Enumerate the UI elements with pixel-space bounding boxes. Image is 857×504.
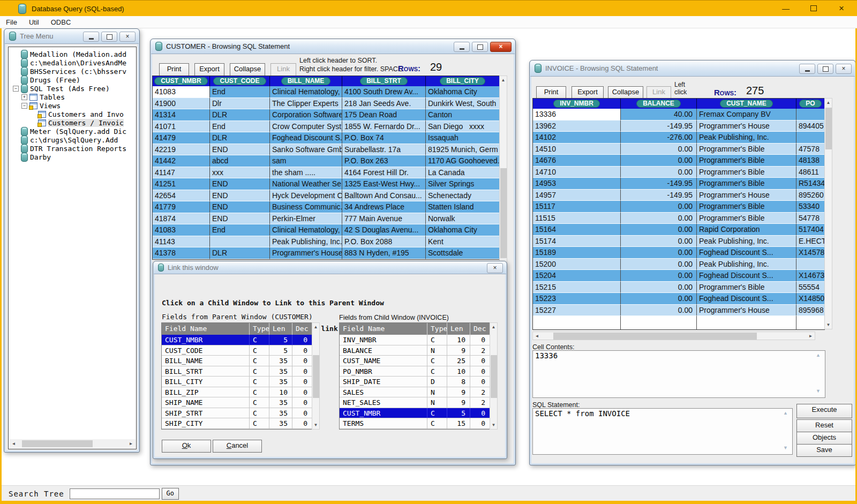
cell[interactable]: C [250,377,269,387]
cell[interactable]: 14710 [533,167,621,178]
maximize-icon[interactable] [817,64,833,74]
cell[interactable]: Rapid Corporation [697,224,796,236]
cell[interactable]: 2 [470,387,490,398]
search-tree-input[interactable] [70,488,160,499]
cell[interactable]: 41143 [153,236,210,248]
cell[interactable]: Clinical Hematology, I... [270,86,342,98]
cell[interactable]: sam [270,155,342,167]
cell[interactable]: Foghead Discount S... [697,247,796,259]
scroll-up-icon[interactable]: ▲ [312,324,319,330]
scrollbar-thumb[interactable] [22,440,93,447]
export-button[interactable]: Export [194,63,224,76]
cell[interactable]: 41083 [153,86,210,98]
cell[interactable]: Programmer's Bible [697,155,796,167]
cell[interactable]: SHIP_NAME [162,397,250,408]
cell[interactable]: -276.00 [621,132,697,144]
cell[interactable]: 13336 [533,109,621,121]
cell[interactable]: Dlr [210,98,270,110]
cell[interactable]: 9 [447,345,470,356]
cell[interactable]: Programmer's Bible [697,178,796,190]
customer-vertical-scrollbar[interactable]: ▲ [499,76,507,290]
table-row[interactable]: 152230.00Foghead Discount S...X14850JA [533,293,824,305]
cell[interactable]: 41083 [153,224,210,236]
cell[interactable]: END [210,144,270,156]
table-row[interactable]: 1333640.00Fremax Company BV [533,109,824,121]
column-header[interactable]: BALANCE [621,99,697,109]
cell[interactable]: P.O. Box 74 [342,132,426,144]
scroll-left-icon[interactable]: ◄ [10,440,17,447]
cell[interactable]: Issaquah [426,132,499,144]
cell[interactable]: C [427,418,447,429]
cell[interactable]: CUST_CODE [162,345,250,356]
table-row[interactable]: 14957-149.95Programmer's House895260 [533,190,824,201]
tree-item[interactable]: BHSServices (c:\bhsserv [9,67,136,76]
cell[interactable]: E.HECTO [796,236,824,247]
cell[interactable]: 777 Main Avenue [342,213,426,225]
cell[interactable]: 0.00 [621,167,697,178]
cell[interactable]: 41251 [153,178,210,190]
table-row[interactable]: 41314DLRCorporation Software...175 Dean … [153,109,499,121]
cell[interactable]: 41378 [153,247,210,259]
cell[interactable]: BILL_ZIP [162,387,250,398]
cell[interactable]: San Diego xxxx [426,121,499,133]
cell[interactable]: 35 [269,366,292,377]
table-row[interactable]: 41442abcdsamP.O. Box 2631170 AG Goohoeve… [153,155,499,167]
cell[interactable]: Hyck Development C... [270,190,342,202]
cell[interactable]: 0.00 [621,282,697,294]
cell[interactable]: 15164 [533,224,621,236]
cell[interactable]: 41479 [153,132,210,144]
cell[interactable]: 10 [269,387,292,398]
table-row[interactable]: 152040.00Foghead Discount S...X14673JA [533,270,824,282]
minimize-icon[interactable] [799,64,815,74]
cell[interactable]: 15200 [533,259,621,270]
cell[interactable]: 0.00 [621,224,697,236]
cell[interactable]: 35 [269,377,292,387]
cell[interactable]: 0.00 [621,259,697,270]
cell[interactable]: BILL_STRT [162,366,250,377]
cell[interactable]: P.O. Box 263 [342,155,426,167]
column-header[interactable]: BILL_STRT [342,76,426,86]
cell[interactable]: X14850JA [796,293,824,305]
cell[interactable]: Programmer's Bible [697,144,796,155]
cell[interactable]: 5 [447,408,470,419]
scroll-up-icon[interactable]: ▲ [783,410,788,416]
column-header[interactable]: Type [427,323,447,335]
cell[interactable]: C [250,387,269,398]
table-row[interactable]: 147100.00Programmer's Bible48611 [533,167,824,178]
cell[interactable]: 0 [292,387,312,398]
cell[interactable]: 11515 [533,213,621,224]
scroll-down-icon[interactable]: ▼ [312,422,319,428]
cell[interactable]: Programmer's House [697,305,796,317]
cell[interactable]: SHIP_STRT [162,408,250,419]
cell[interactable]: 14102 [533,132,621,144]
cell[interactable]: 15227 [533,305,621,317]
cell[interactable]: C [250,366,269,377]
cell[interactable]: 15189 [533,247,621,259]
column-header[interactable]: Field Name [162,323,250,335]
cell[interactable]: National Weather Se... [270,178,342,190]
table-row[interactable]: 41071EndCrow Computer Syst...1855 W. Fer… [153,121,499,133]
cell[interactable]: C [427,366,447,377]
cell[interactable]: 40.00 [621,109,697,121]
scroll-up-icon[interactable]: ▲ [825,99,832,106]
scrollbar-thumb[interactable] [491,355,497,398]
column-header[interactable]: Type [250,323,269,335]
cell[interactable]: 2 [470,345,490,356]
table-row[interactable]: 42654ENDHyck Development C...Balltown An… [153,190,499,202]
close-icon[interactable]: × [836,3,847,14]
scrollbar-thumb[interactable] [313,355,319,398]
cell[interactable]: 81925 Munich, Germ [426,144,499,156]
tree-item[interactable]: Darby [9,153,136,161]
table-row[interactable]: 152270.00Programmer's House895968 [533,305,824,317]
cell[interactable]: 15117 [533,201,621,213]
cell[interactable]: 41874 [153,213,210,225]
invoice-vertical-scrollbar[interactable]: ▲ ▼ [824,98,832,329]
cell[interactable]: BALANCE [340,345,427,356]
cell[interactable]: NET_SALES [340,397,427,408]
cell[interactable]: xxx [210,167,270,179]
cell[interactable]: END [210,178,270,190]
minimize-icon[interactable] [454,42,470,52]
table-row[interactable]: 14102-276.00Peak Publishing, Inc. [533,132,824,144]
cell[interactable]: End [210,121,270,133]
column-header[interactable]: Len [269,323,292,335]
